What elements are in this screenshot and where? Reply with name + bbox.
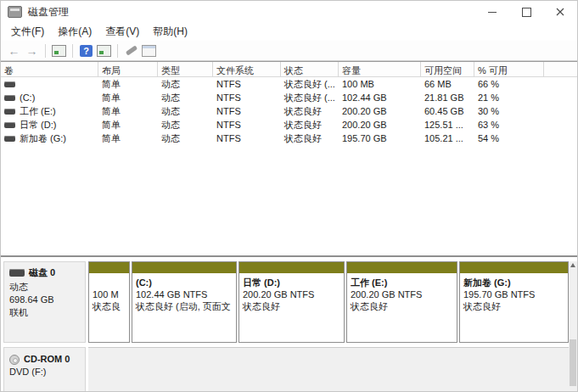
volume-pct-free: 66 %: [474, 79, 544, 89]
disk0-type: 动态: [9, 281, 85, 294]
window-controls: [475, 1, 577, 23]
help-button[interactable]: ?: [78, 43, 94, 58]
column-header-status[interactable]: 状态: [281, 62, 339, 76]
volume-layout: 简单: [98, 105, 158, 118]
maximize-button[interactable]: [509, 1, 543, 23]
volume-type: 动态: [158, 132, 213, 145]
menu-view[interactable]: 查看(V): [98, 23, 146, 41]
menu-action[interactable]: 操作(A): [51, 23, 98, 41]
partition-system[interactable]: 100 M 状态良: [88, 261, 130, 343]
disk0-label-panel[interactable]: 磁盘 0 动态 698.64 GB 联机: [3, 261, 86, 343]
volume-type: 动态: [158, 78, 213, 91]
close-icon: [556, 8, 564, 16]
table-row[interactable]: 工作 (E:) 简单 动态 NTFS 状态良好 200.20 GB 60.45 …: [1, 104, 577, 118]
minimize-button[interactable]: [475, 1, 509, 23]
volume-capacity: 200.20 GB: [339, 120, 421, 130]
volume-name: 工作 (E:): [20, 105, 56, 118]
volume-name: 日常 (D:): [20, 119, 56, 132]
volume-status: 状态良好: [281, 132, 339, 145]
partition-color-bar: [460, 262, 568, 273]
toolbar: ← → ?: [1, 41, 577, 61]
volume-pct-free: 54 %: [474, 133, 544, 143]
partition-status: 状态良好: [463, 300, 565, 312]
close-button[interactable]: [543, 1, 577, 23]
column-header-empty: [544, 62, 577, 76]
table-row[interactable]: (C:) 简单 动态 NTFS 状态良好 (... 102.44 GB 21.8…: [1, 91, 577, 104]
partition-status: 状态良好: [351, 300, 454, 312]
column-header-type[interactable]: 类型: [158, 62, 213, 76]
forward-icon: →: [26, 45, 38, 57]
volume-layout: 简单: [98, 119, 158, 132]
forward-button[interactable]: →: [24, 43, 40, 58]
table-row[interactable]: 日常 (D:) 简单 动态 NTFS 状态良好 200.20 GB 125.51…: [1, 118, 577, 132]
column-header-pctfree[interactable]: % 可用: [474, 62, 544, 76]
partition-c[interactable]: (C:) 102.44 GB NTFS 状态良好 (启动, 页面文: [132, 261, 237, 343]
back-icon: ←: [8, 45, 20, 57]
volume-list-header: 卷 布局 类型 文件系统 状态 容量 可用空间 % 可用: [1, 61, 577, 77]
column-header-capacity[interactable]: 容量: [339, 62, 421, 76]
partition-size: 200.20 GB NTFS: [243, 288, 341, 300]
cdrom-label-panel[interactable]: CD-ROM 0 DVD (F:): [3, 347, 86, 392]
action-tool-button[interactable]: [123, 43, 139, 58]
snap-in-window-button[interactable]: [96, 43, 112, 58]
disk-drive-icon: [9, 269, 25, 277]
partition-size: 102.44 GB NTFS: [136, 288, 233, 300]
partition-name: 工作 (E:): [351, 277, 454, 288]
volume-icon: [4, 122, 15, 128]
volume-free: 21.81 GB: [421, 92, 474, 103]
toolbar-separator: [45, 44, 46, 58]
column-header-layout[interactable]: 布局: [98, 62, 158, 76]
volume-fs: NTFS: [213, 120, 281, 130]
partition-color-bar: [239, 262, 344, 273]
volume-fs: NTFS: [213, 133, 281, 143]
partition-status: 状态良好: [243, 300, 341, 312]
column-header-filesystem[interactable]: 文件系统: [213, 62, 281, 76]
help-icon: ?: [80, 45, 93, 57]
partition-status: 状态良: [93, 300, 126, 312]
partition-status: 状态良好 (启动, 页面文: [136, 300, 233, 312]
volume-pct-free: 63 %: [474, 120, 544, 130]
volume-free: 125.51 ...: [421, 120, 474, 130]
cdrom-media-area[interactable]: [88, 347, 570, 392]
partition-g[interactable]: 新加卷 (G:) 195.70 GB NTFS 状态良好: [459, 261, 569, 343]
partition-size: 100 M: [93, 288, 126, 300]
table-row[interactable]: 简单 动态 NTFS 状态良好 (... 100 MB 66 MB 66 %: [1, 77, 577, 91]
disk-management-window: 磁盘管理 文件(F) 操作(A) 查看(V) 帮助(H) ← → ? 卷 布局: [0, 0, 578, 392]
volume-icon: [4, 95, 15, 101]
partition-d[interactable]: 日常 (D:) 200.20 GB NTFS 状态良好: [238, 261, 345, 343]
scrollbar-thumb[interactable]: [570, 339, 576, 386]
partition-color-bar: [132, 262, 236, 273]
pane-divider[interactable]: [1, 255, 577, 257]
partition-size: 195.70 GB NTFS: [463, 288, 565, 300]
disk-management-app-icon: [8, 6, 22, 18]
volume-type: 动态: [158, 92, 213, 104]
menu-help[interactable]: 帮助(H): [146, 23, 194, 41]
table-row[interactable]: 新加卷 (G:) 简单 动态 NTFS 状态良好 195.70 GB 105.2…: [1, 132, 577, 145]
toolbar-separator: [72, 44, 73, 58]
properties-window-button[interactable]: [141, 43, 157, 58]
volume-icon: [4, 109, 15, 115]
volume-capacity: 200.20 GB: [339, 106, 421, 116]
back-button[interactable]: ←: [6, 43, 22, 58]
disk0-status: 联机: [9, 306, 85, 319]
properties-window-icon: [142, 45, 156, 57]
cd-rom-icon: [9, 355, 20, 365]
column-header-volume[interactable]: 卷: [1, 62, 98, 76]
volume-icon: [4, 81, 15, 87]
menu-file[interactable]: 文件(F): [4, 23, 51, 41]
column-header-freespace[interactable]: 可用空间: [421, 62, 474, 76]
volume-name: (C:): [20, 92, 35, 103]
partition-name: 新加卷 (G:): [463, 277, 565, 288]
volume-name: 新加卷 (G:): [20, 132, 66, 145]
partition-color-bar: [89, 262, 129, 273]
cdrom-media: DVD (F:): [9, 366, 85, 378]
vertical-scrollbar[interactable]: [569, 261, 577, 392]
volume-layout: 简单: [98, 132, 158, 145]
scroll-up-icon[interactable]: [570, 263, 575, 267]
console-window-button[interactable]: [51, 43, 67, 58]
volume-free: 105.21 ...: [421, 133, 474, 143]
partition-e[interactable]: 工作 (E:) 200.20 GB NTFS 状态良好: [346, 261, 457, 343]
partition-name: [93, 277, 126, 288]
volume-free: 60.45 GB: [421, 106, 474, 116]
volume-list: 卷 布局 类型 文件系统 状态 容量 可用空间 % 可用 简单 动态 NTFS …: [1, 61, 577, 145]
